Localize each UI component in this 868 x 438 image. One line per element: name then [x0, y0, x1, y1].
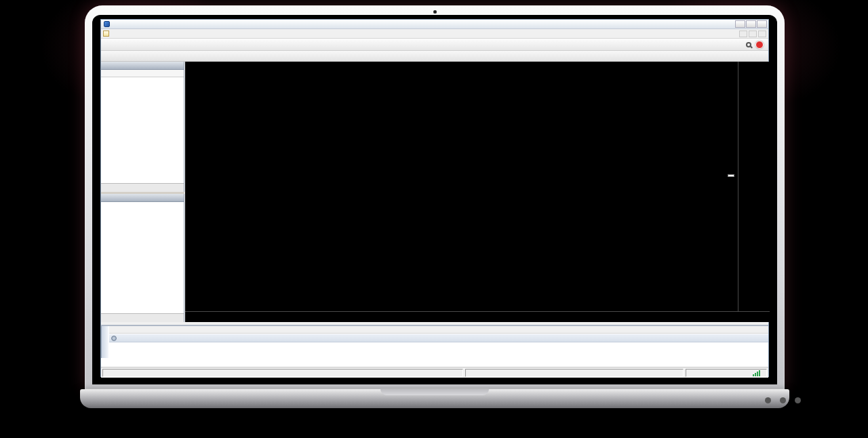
- menu-bar: [101, 29, 768, 39]
- main-toolbar: [101, 39, 768, 51]
- notification-badge[interactable]: [755, 41, 764, 49]
- carousel-dot[interactable]: [780, 397, 786, 403]
- minimize-button[interactable]: [735, 20, 745, 28]
- carousel-dot[interactable]: [765, 397, 771, 403]
- mt4-window: [100, 19, 769, 377]
- chart-icon: [103, 31, 109, 37]
- market-watch-header: [101, 62, 184, 70]
- laptop-base: [80, 389, 789, 408]
- app-icon: [104, 21, 110, 27]
- close-button[interactable]: [757, 20, 767, 28]
- terminal-columns: [109, 326, 768, 334]
- carousel-dots[interactable]: [765, 397, 801, 403]
- navigator-tabs: [101, 313, 184, 322]
- terminal-side-tab[interactable]: [101, 326, 108, 358]
- status-profile[interactable]: [465, 369, 684, 377]
- chart-area[interactable]: [185, 62, 770, 322]
- chart-restore-button[interactable]: [749, 31, 757, 37]
- window-titlebar: [101, 20, 768, 29]
- balance-row: [109, 334, 768, 342]
- terminal-panel: [101, 325, 768, 367]
- status-bar: [101, 367, 768, 378]
- carousel-dot[interactable]: [795, 397, 801, 403]
- search-icon[interactable]: [746, 42, 751, 47]
- status-help-text: [102, 369, 463, 377]
- restore-button[interactable]: [746, 20, 756, 28]
- laptop-mockup: [85, 5, 785, 389]
- time-axis[interactable]: [185, 311, 770, 322]
- balance-icon: [111, 336, 117, 341]
- chart-toolbar: [101, 51, 768, 62]
- navigator-header: [101, 194, 184, 202]
- price-scale[interactable]: [738, 62, 770, 311]
- laptop-hinge-notch: [380, 389, 489, 395]
- vertical-scale-tooltip: [728, 174, 734, 177]
- navigator-panel: [101, 194, 184, 322]
- market-watch-panel: [101, 62, 184, 192]
- webcam-icon: [433, 10, 437, 14]
- chart-close-button[interactable]: [758, 31, 766, 37]
- market-watch-columns: [101, 70, 184, 77]
- status-connection: [686, 369, 767, 377]
- price-chart[interactable]: [185, 62, 738, 311]
- market-watch-tabs: [101, 183, 184, 192]
- chart-minimize-button[interactable]: [739, 31, 747, 37]
- laptop-display: [92, 15, 777, 384]
- connection-bars-icon: [753, 370, 760, 376]
